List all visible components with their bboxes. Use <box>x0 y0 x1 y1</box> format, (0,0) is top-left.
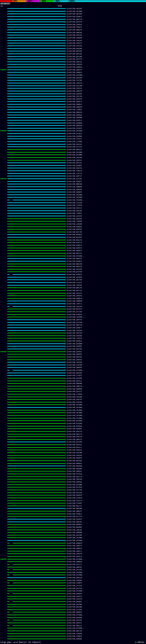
subject-label[interactable]: UniRef100_B6Q3R6 <box>67 508 82 510</box>
subject-label[interactable]: UniRef100_A9NV76 <box>67 90 82 92</box>
alignment-segment[interactable] <box>7 280 66 280</box>
alignment-bar[interactable] <box>0 274 66 275</box>
alignment-segment[interactable] <box>7 540 66 541</box>
alignment-row[interactable]: UniRef100_A9E673 <box>0 100 146 103</box>
alignment-segment[interactable] <box>7 181 66 182</box>
alignment-bar[interactable] <box>0 54 66 54</box>
alignment-row[interactable]: UniRef100_UP1000... <box>0 574 146 576</box>
alignment-bar[interactable] <box>0 200 66 200</box>
alignment-segment[interactable] <box>7 170 66 171</box>
alignment-segment[interactable] <box>7 112 66 113</box>
alignment-segment[interactable] <box>7 561 66 562</box>
subject-label[interactable]: UniRef100_A4H3Y8 <box>67 553 82 555</box>
alignment-row[interactable]: UniRef100_B7FAU6 <box>0 422 146 425</box>
alignment-segment[interactable] <box>7 309 66 309</box>
subject-label[interactable]: UniRef100_B2VYZ9 <box>67 588 82 590</box>
alignment-row[interactable]: UniRef100_A7QTC5 <box>0 87 146 90</box>
alignment-row[interactable]: UniRef100_Q3CN41 <box>0 518 146 521</box>
alignment-row[interactable]: UniRef100_Q9CB19 <box>0 494 146 497</box>
alignment-segment[interactable] <box>7 115 66 115</box>
alignment-segment[interactable] <box>7 75 66 76</box>
alignment-bar[interactable] <box>0 407 66 408</box>
alignment-row[interactable]: UniRef100_Q54J69 <box>0 568 146 571</box>
alignment-bar[interactable] <box>0 133 66 134</box>
alignment-row[interactable]: UniRef100_A6WM59 <box>0 560 146 563</box>
alignment-row[interactable]: UniRef100_UP1000... <box>0 151 146 154</box>
alignment-row[interactable]: UniRef100_A7LCK6 <box>0 310 146 313</box>
alignment-bar[interactable] <box>0 99 66 100</box>
alignment-bar[interactable] <box>0 67 66 68</box>
subject-label[interactable]: UniRef100_A8NH55 <box>67 524 82 526</box>
alignment-row[interactable]: UniRef100_B9FZB1 <box>0 460 146 462</box>
alignment-bar[interactable] <box>0 543 66 544</box>
alignment-segment[interactable] <box>7 70 66 70</box>
subject-label[interactable]: UniRef100_A70JH6 <box>67 364 82 366</box>
alignment-segment[interactable] <box>7 620 9 620</box>
subject-label[interactable]: UniRef100_UP1000... <box>67 418 85 419</box>
alignment-row[interactable]: UniRef100_Q4R4D3 <box>0 481 146 484</box>
subject-label[interactable]: UniRef100_C5M9F4 <box>67 582 82 584</box>
alignment-segment[interactable] <box>7 304 66 304</box>
alignment-row[interactable]: UniRef100_B4FPT8 <box>0 58 146 60</box>
alignment-row[interactable]: UniRef100_B4UD07 <box>0 600 146 603</box>
alignment-row[interactable]: UniRef100_Q4Q067 <box>0 164 146 167</box>
subject-label[interactable]: UniRef100_Q4P991 <box>67 351 82 353</box>
alignment-row[interactable]: UniRef100_Q6BYW2 <box>0 31 146 34</box>
subject-label[interactable]: UniRef100_A8IZK3 <box>67 8 82 10</box>
subject-label[interactable]: UniRef100_B6TD96 <box>67 50 82 52</box>
alignment-row[interactable]: UniRef100_UP1000... <box>0 558 146 560</box>
alignment-bar[interactable] <box>0 269 66 270</box>
subject-label[interactable]: UniRef100_A9TW10 <box>67 64 82 65</box>
alignment-bar[interactable] <box>0 354 66 354</box>
alignment-bar[interactable] <box>0 625 66 626</box>
alignment-row[interactable]: UniRef100_Q63HY6 <box>0 218 146 220</box>
alignment-row[interactable]: UniRef100_C1MH51 <box>0 212 146 215</box>
alignment-bar[interactable] <box>0 146 66 147</box>
alignment-row[interactable]: UniRef100_C4J230 <box>0 202 146 204</box>
alignment-row[interactable]: UniRef100_B6Q3R6 <box>0 507 146 510</box>
alignment-bar[interactable] <box>0 70 66 70</box>
alignment-segment[interactable] <box>7 290 66 291</box>
alignment-segment[interactable] <box>7 402 66 402</box>
alignment-bar[interactable] <box>0 304 66 304</box>
alignment-segment[interactable] <box>7 19 66 20</box>
alignment-segment[interactable] <box>7 479 66 480</box>
alignment-segment[interactable] <box>7 476 66 477</box>
alignment-row[interactable]: UniRef100_Q6LAD9 <box>0 12 146 15</box>
subject-label[interactable]: UniRef100_B6RBR5 <box>67 186 82 188</box>
alignment-bar[interactable] <box>0 372 66 373</box>
alignment-row[interactable]: UniRef100_A9XZS2 <box>0 60 146 63</box>
alignment-bar[interactable] <box>0 149 66 150</box>
alignment-row[interactable]: UniRef100_Q4QKF0 <box>0 191 146 194</box>
alignment-row[interactable]: UniRef100_A8UG14 <box>0 449 146 452</box>
alignment-segment[interactable] <box>7 625 9 626</box>
subject-label[interactable]: UniRef100_B6KJ76 <box>67 287 82 289</box>
alignment-row[interactable]: UniRef100_A9HS71 <box>0 550 146 552</box>
alignment-segment[interactable] <box>7 298 66 299</box>
alignment-segment[interactable] <box>7 133 66 134</box>
subject-label[interactable]: UniRef100_Q5WHT0 <box>67 106 82 108</box>
alignment-row[interactable]: UniRef100_A6Y9W2 <box>0 603 146 606</box>
subject-label[interactable]: UniRef100_C5YYN1 <box>67 80 82 81</box>
subject-label[interactable]: UniRef100_A88M96 <box>67 388 82 390</box>
subject-label[interactable]: UniRef100_B5EW92 <box>67 428 82 430</box>
alignment-row[interactable]: UniRef100_Q4DJX4 <box>0 167 146 170</box>
alignment-bar[interactable] <box>0 476 66 477</box>
subject-label[interactable]: UniRef100_A9ZT84 <box>67 332 82 334</box>
alignment-row[interactable]: UniRef100_C5M9F4 <box>0 582 146 584</box>
alignment-segment[interactable] <box>7 173 66 174</box>
subject-label[interactable]: UniRef100_Q6I23L <box>67 252 82 254</box>
alignment-bar[interactable] <box>0 561 66 562</box>
alignment-row[interactable]: UniRef100_Q9FUN3 <box>0 76 146 79</box>
alignment-bar[interactable] <box>0 466 66 466</box>
subject-label[interactable]: UniRef100_UP1000... <box>67 404 85 406</box>
alignment-bar[interactable] <box>0 35 66 36</box>
alignment-row[interactable]: UniRef100_P17025 <box>0 473 146 476</box>
alignment-segment[interactable] <box>0 351 6 352</box>
alignment-segment[interactable] <box>7 306 9 307</box>
alignment-bar[interactable] <box>0 439 66 440</box>
subject-label[interactable]: UniRef100_Q08770 <box>67 18 82 20</box>
alignment-row[interactable]: UniRef100_Q3T2H5 <box>0 492 146 494</box>
alignment-segment[interactable] <box>7 530 66 530</box>
alignment-bar[interactable] <box>0 192 66 192</box>
